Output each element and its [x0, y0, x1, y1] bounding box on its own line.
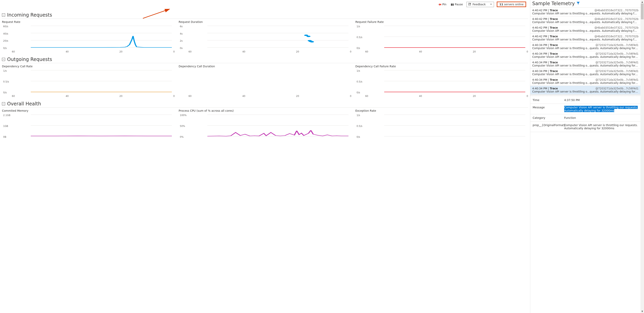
telemetry-hash: @7203271da325e0b...7c56f4d1 [596, 70, 638, 73]
section-header: −Incoming Requests [2, 12, 528, 19]
x-tick-label: 20 [473, 95, 476, 98]
telemetry-row-header: 4:40:34 PM | Trace@7203271da325e0b...7c5… [532, 61, 638, 64]
chart[interactable]: Dependency Call Failure Rate1/s0.5/s0/s6… [356, 65, 528, 98]
telemetry-row[interactable]: 4:40:42 PM | Trace@4bab03516e37322...707… [530, 34, 640, 43]
telemetry-row[interactable]: 4:40:42 PM | Trace@4bab03516e37322...707… [530, 8, 640, 16]
chart[interactable]: Request Duration6s4s2s0s6040200 [178, 20, 351, 53]
filter-icon[interactable] [576, 2, 580, 6]
x-tick-label: 20 [296, 95, 299, 98]
servers-label: servers online [503, 3, 524, 6]
scroll-down-arrow[interactable]: ▼ [640, 309, 644, 313]
pause-button[interactable]: ▮▮ Pause [450, 2, 464, 7]
chart-row: Request Rate60/s40/s20/s0/s6040200Reques… [2, 20, 528, 53]
telemetry-hash: @4bab03516e37322...7070702b [594, 9, 638, 12]
section-title: Incoming Requests [7, 12, 52, 18]
chart-body: 1/s0.5/s0/s [356, 113, 528, 139]
section-title: Outgoing Requests [7, 57, 52, 62]
telemetry-time-type: 4:40:34 PM | Trace [532, 52, 558, 55]
x-tick-label: 0 [173, 50, 175, 53]
x-tick-label: 20 [120, 50, 122, 53]
y-tick-label: 0/s [3, 47, 7, 50]
detail-value: Computer Vision API server is throttling… [564, 106, 638, 112]
x-tick-label: 20 [296, 50, 299, 53]
telemetry-row-header: 4:40:42 PM | Trace@4bab03516e37322...707… [532, 17, 638, 21]
chart[interactable]: Commited Memory2.1GB1GB0B [2, 109, 175, 139]
y-tick-label: 0.5/s [3, 80, 9, 83]
telemetry-row[interactable]: 4:40:34 PM | Trace@7203271da325e0b...7c5… [530, 86, 640, 95]
x-tick-label: 40 [419, 50, 422, 53]
x-tick-label: 60 [365, 95, 368, 98]
chart-title: Commited Memory [2, 109, 175, 112]
telemetry-row[interactable]: 4:40:34 PM | Trace@7203271da325e0b...7c5… [530, 60, 640, 69]
telemetry-row-header: 4:40:34 PM | Trace@7203271da325e0b...7c5… [532, 78, 638, 81]
telemetry-row[interactable]: 4:40:42 PM | Trace@4bab03516e37322...707… [530, 16, 640, 25]
resize-grip[interactable] [530, 95, 640, 97]
telemetry-row-header: 4:40:42 PM | Trace@4bab03516e37322...707… [532, 35, 638, 38]
chart[interactable]: Exception Rate1/s0.5/s0/s [356, 109, 528, 139]
vertical-scrollbar[interactable]: ▲ ▼ [640, 0, 644, 313]
chart-body: 6s4s2s0s [178, 24, 351, 50]
telemetry-row[interactable]: 4:40:34 PM | Trace@7203271da325e0b...7c5… [530, 43, 640, 51]
telemetry-hash: @4bab03516e37322...7070702b [594, 35, 638, 38]
chart-title: Dependency Call Rate [2, 65, 175, 68]
x-tick-label: 20 [473, 50, 476, 53]
x-tick-label: 40 [66, 95, 68, 98]
svg-point-10 [306, 36, 310, 37]
main-panel: 📌 Pin ▮▮ Pause Feedback 11 server [0, 0, 530, 313]
chart[interactable]: Process CPU (sum of % across all cores)1… [178, 109, 351, 139]
detail-row-category: Category Function [530, 114, 640, 122]
chart[interactable]: Request Failure Rate1/s0.5/s0/s6040200 [356, 20, 528, 53]
telemetry-row-header: 4:40:34 PM | Trace@7203271da325e0b...7c5… [532, 87, 638, 90]
telemetry-row[interactable]: 4:40:42 PM | Trace@4bab03516e37322...707… [530, 25, 640, 34]
telemetry-title: Sample Telemetry [532, 1, 575, 6]
y-tick-label: 1GB [3, 125, 8, 128]
detail-label: Category [533, 116, 562, 119]
telemetry-time-type: 4:40:34 PM | Trace [532, 78, 558, 81]
telemetry-list[interactable]: 4:40:42 PM | Trace@4bab03516e37322...707… [530, 8, 640, 95]
y-tick-label: 1/s [356, 25, 360, 28]
scroll-thumb[interactable] [641, 4, 644, 19]
feedback-dropdown[interactable]: Feedback [466, 2, 494, 7]
telemetry-row[interactable]: 4:40:34 PM | Trace@7203271da325e0b...7c5… [530, 51, 640, 60]
telemetry-message: Computer Vision API server is throttling… [532, 73, 638, 76]
telemetry-time-type: 4:40:34 PM | Trace [532, 61, 558, 64]
pause-label: Pause [455, 3, 463, 6]
servers-online-badge[interactable]: 11 servers online [497, 2, 526, 7]
pin-icon: 📌 [438, 2, 442, 7]
x-tick-label: 60 [12, 50, 15, 53]
telemetry-hash: @7203271da325e0b...7c56f4d1 [596, 44, 638, 47]
telemetry-row-header: 4:40:34 PM | Trace@7203271da325e0b...7c5… [532, 44, 638, 47]
y-tick-label: 2s [180, 40, 182, 42]
telemetry-row-header: 4:40:42 PM | Trace@4bab03516e37322...707… [532, 26, 638, 29]
scroll-up-arrow[interactable]: ▲ [640, 0, 644, 4]
y-tick-label: 0B [3, 136, 6, 138]
collapse-toggle[interactable]: − [2, 102, 5, 105]
scroll-track[interactable] [640, 4, 644, 309]
chart-title: Exception Rate [356, 109, 528, 112]
pin-button[interactable]: 📌 Pin [437, 2, 447, 7]
telemetry-hash: @7203271da325e0b...7c56f4d1 [596, 78, 638, 81]
x-tick-label: 0 [350, 95, 352, 98]
telemetry-row[interactable]: 4:40:34 PM | Trace@7203271da325e0b...7c5… [530, 77, 640, 86]
telemetry-time-type: 4:40:34 PM | Trace [532, 44, 558, 47]
telemetry-message: Computer Vision API server is throttling… [532, 64, 638, 67]
x-tick-label: 0 [526, 95, 528, 98]
chart[interactable]: Dependency Call Rate1/s0.5/s0/s6040200 [2, 65, 175, 98]
telemetry-hash: @4bab03516e37322...7070702b [594, 17, 638, 21]
x-tick-label: 40 [66, 50, 68, 53]
y-tick-label: 0/s [356, 91, 360, 94]
telemetry-message: Computer Vision API server is throttling… [532, 12, 638, 15]
chart-title: Process CPU (sum of % across all cores) [178, 109, 351, 112]
collapse-toggle[interactable]: − [2, 14, 5, 17]
x-tick-label: 0 [350, 50, 352, 53]
x-tick-label: 40 [419, 95, 422, 98]
chart-body: 60/s40/s20/s0/s [2, 24, 175, 50]
telemetry-time-type: 4:40:34 PM | Trace [532, 87, 558, 90]
y-tick-label: 1/s [3, 70, 7, 72]
chart[interactable]: Request Rate60/s40/s20/s0/s6040200 [2, 20, 175, 53]
chart[interactable]: Dependency Call Duration6040200 [178, 65, 351, 98]
telemetry-time-type: 4:40:42 PM | Trace [532, 26, 558, 29]
chart-body: 100%50%0% [178, 113, 351, 139]
telemetry-row[interactable]: 4:40:34 PM | Trace@7203271da325e0b...7c5… [530, 69, 640, 77]
collapse-toggle[interactable]: − [2, 58, 5, 61]
